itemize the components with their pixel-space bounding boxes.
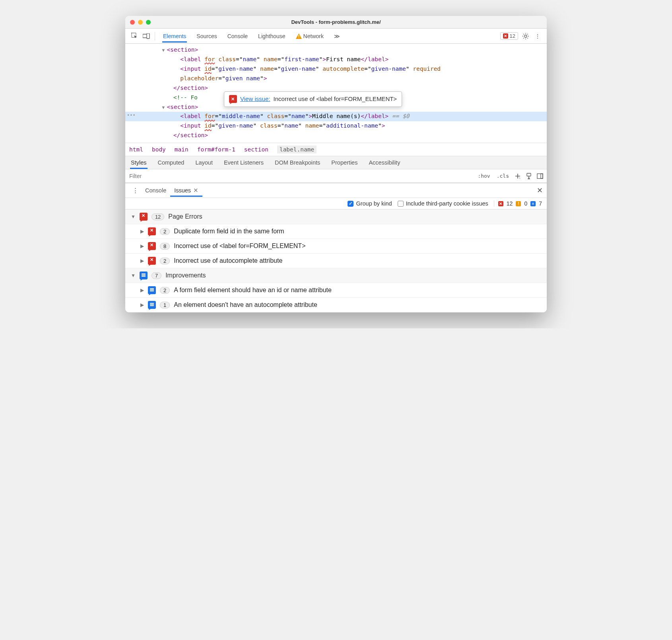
drawer-tabs: ⋮ Console Issues ✕ ✕ [125, 183, 547, 198]
close-icon[interactable]: ✕ [193, 187, 198, 194]
group-toggle-errors[interactable]: ▼ 12 Page Errors [125, 209, 547, 224]
dom-node[interactable]: ▼<section> [125, 45, 547, 55]
breadcrumb: html body main form#form-1 section label… [125, 143, 547, 156]
count-badge: 12 [151, 213, 164, 220]
tab-accessibility[interactable]: Accessibility [368, 156, 401, 169]
warning-icon: ! [516, 201, 521, 206]
svg-rect-3 [298, 35, 299, 37]
tab-computed[interactable]: Computed [157, 156, 185, 169]
drawer-tab-console[interactable]: Console [141, 184, 170, 197]
tab-elements[interactable]: Elements [162, 30, 187, 43]
chevron-right-icon: ▶ [140, 302, 144, 308]
svg-rect-2 [147, 33, 150, 39]
dom-node[interactable]: <input id="given-name" class="name" name… [125, 121, 547, 131]
new-style-rule-icon[interactable] [513, 172, 522, 180]
info-bubble-icon [140, 272, 148, 279]
issue-tooltip: View issue: Incorrect use of <label for=… [224, 91, 402, 107]
tab-styles[interactable]: Styles [130, 156, 148, 169]
dom-node[interactable]: placeholder="given name"> [125, 74, 547, 83]
inspect-icon[interactable] [130, 32, 139, 41]
main-toolbar: Elements Sources Console Lighthouse Netw… [125, 29, 547, 44]
error-icon: ✕ [503, 33, 508, 39]
count-badge: 7 [151, 272, 161, 279]
group-toggle-improvements[interactable]: ▼ 7 Improvements [125, 268, 547, 283]
issue-item[interactable]: ▶ 2 Duplicate form field id in the same … [125, 224, 547, 239]
error-bubble-icon [229, 95, 237, 103]
issue-item[interactable]: ▶ 2 Incorrect use of autocomplete attrib… [125, 253, 547, 268]
chevron-right-icon: ▶ [140, 243, 144, 249]
hov-toggle[interactable]: :hov [474, 173, 493, 179]
error-bubble-icon [140, 213, 148, 221]
dom-node[interactable]: <input id="given-name" name="given-name"… [125, 64, 547, 74]
error-bubble-icon [148, 257, 156, 265]
drawer-close-icon[interactable]: ✕ [537, 186, 543, 195]
styles-filter-bar: :hov .cls [125, 169, 547, 183]
filter-input[interactable] [125, 173, 474, 179]
info-bubble-icon [148, 286, 156, 294]
breadcrumb-item-current[interactable]: label.name [277, 145, 317, 153]
dom-node[interactable]: </section> [125, 131, 547, 140]
inspector-tabs: Styles Computed Layout Event Listeners D… [125, 156, 547, 169]
drawer-kebab-icon[interactable]: ⋮ [131, 186, 140, 195]
svg-point-5 [524, 35, 527, 37]
issue-counts: ✕12 !0 ≡7 [494, 200, 542, 207]
checkbox-icon [348, 201, 353, 207]
chevron-right-icon: ▶ [140, 258, 144, 264]
chevron-down-icon: ▼ [131, 214, 136, 219]
tab-properties[interactable]: Properties [330, 156, 358, 169]
svg-rect-8 [541, 174, 543, 178]
breadcrumb-item[interactable]: html [129, 146, 143, 153]
breadcrumb-item[interactable]: main [175, 146, 188, 153]
info-bubble-icon [148, 301, 156, 309]
svg-rect-7 [537, 174, 543, 178]
tooltip-text: Incorrect use of <label for=FORM_ELEMENT… [274, 94, 397, 104]
checkbox-icon [398, 201, 404, 207]
tab-sources[interactable]: Sources [196, 30, 218, 43]
dom-node-selected[interactable]: ••• <label for="middle-name" class="name… [125, 112, 547, 121]
tab-dom-breakpoints[interactable]: DOM Breakpoints [274, 156, 321, 169]
view-issue-link[interactable]: View issue: [240, 94, 270, 104]
issue-group-improvements: ▼ 7 Improvements ▶ 2 A form field elemen… [125, 268, 547, 312]
window-title: DevTools - form-problems.glitch.me/ [125, 19, 547, 25]
elements-panel[interactable]: ▼<section> <label for class="name" name=… [125, 44, 547, 143]
paint-icon[interactable] [524, 172, 533, 180]
breadcrumb-item[interactable]: section [244, 146, 268, 153]
more-tabs[interactable]: ≫ [333, 30, 341, 43]
more-actions-icon[interactable]: ••• [125, 112, 136, 120]
group-label: Page Errors [168, 213, 202, 220]
info-icon: ≡ [530, 201, 536, 206]
drawer-tab-issues[interactable]: Issues ✕ [170, 184, 202, 197]
kebab-menu-icon[interactable]: ⋮ [533, 32, 542, 41]
warning-icon [296, 33, 302, 39]
settings-icon[interactable] [521, 32, 530, 41]
chevron-right-icon: ▶ [140, 287, 144, 293]
tab-layout[interactable]: Layout [194, 156, 214, 169]
svg-rect-6 [527, 173, 531, 176]
chevron-down-icon: ▼ [131, 273, 136, 278]
chevron-right-icon: ▶ [140, 229, 144, 234]
issue-item[interactable]: ▶ 8 Incorrect use of <label for=FORM_ELE… [125, 239, 547, 253]
group-label: Improvements [165, 272, 206, 279]
breadcrumb-item[interactable]: form#form-1 [197, 146, 235, 153]
error-bubble-icon [148, 227, 156, 235]
panel-tabs: Elements Sources Console Lighthouse Netw… [162, 30, 341, 43]
tab-lighthouse[interactable]: Lighthouse [257, 30, 286, 43]
cls-toggle[interactable]: .cls [493, 173, 512, 179]
error-bubble-icon [148, 242, 156, 250]
error-count-badge[interactable]: ✕ 12 [500, 32, 518, 40]
device-toggle-icon[interactable] [142, 32, 151, 41]
tab-network[interactable]: Network [295, 30, 324, 43]
tab-event-listeners[interactable]: Event Listeners [223, 156, 264, 169]
error-icon: ✕ [498, 201, 503, 206]
toggle-sidebar-icon[interactable] [536, 172, 544, 180]
issue-item[interactable]: ▶ 2 A form field element should have an … [125, 283, 547, 297]
issues-toolbar: Group by kind Include third-party cookie… [125, 198, 547, 209]
titlebar: DevTools - form-problems.glitch.me/ [125, 16, 547, 29]
svg-rect-4 [298, 37, 299, 38]
breadcrumb-item[interactable]: body [152, 146, 166, 153]
dom-node[interactable]: <label for class="name" name="first-name… [125, 55, 547, 64]
issue-item[interactable]: ▶ 1 An element doesn't have an autocompl… [125, 297, 547, 312]
group-by-kind-checkbox[interactable]: Group by kind [348, 200, 392, 207]
third-party-checkbox[interactable]: Include third-party cookie issues [398, 200, 488, 207]
tab-console[interactable]: Console [227, 30, 249, 43]
